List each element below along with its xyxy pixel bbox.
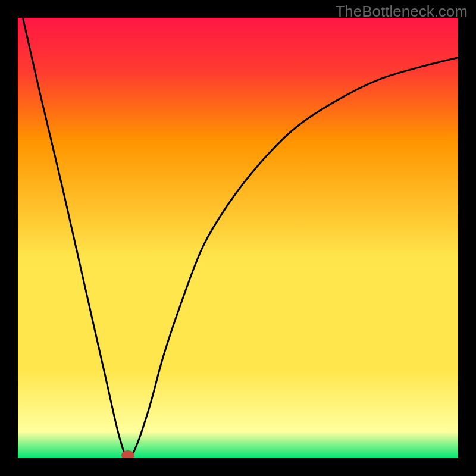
gradient-background xyxy=(18,18,458,458)
chart-svg xyxy=(18,18,458,458)
chart-frame: TheBottleneck.com xyxy=(0,0,476,476)
watermark-text: TheBottleneck.com xyxy=(335,2,468,21)
plot-area xyxy=(18,18,458,458)
